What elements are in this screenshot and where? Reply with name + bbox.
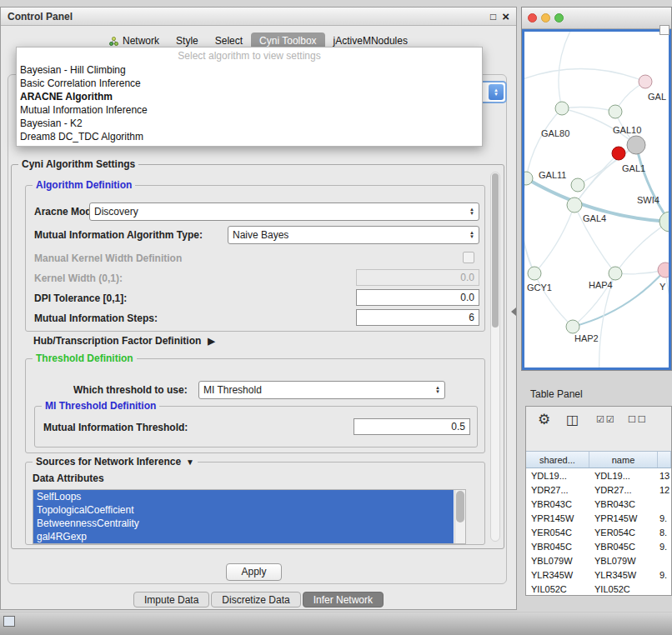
select-all-checkboxes-icon[interactable]: ☑☑: [596, 414, 616, 425]
attribute-item-topologicalcoefficient[interactable]: TopologicalCoefficient: [33, 503, 454, 517]
algorithm-option-mutual-information-inference[interactable]: Mutual Information Inference: [17, 103, 482, 117]
settings-scrollbar-thumb[interactable]: [492, 173, 499, 328]
network-node-gal1_red[interactable]: [612, 147, 625, 160]
table-cell: YDR27...: [589, 485, 658, 495]
mi-threshold-definition-group: MI Threshold Definition Mutual Informati…: [34, 406, 478, 448]
settings-scrollbar[interactable]: [490, 172, 500, 542]
attribute-item-betweennesscentrality[interactable]: BetweennessCentrality: [33, 517, 454, 530]
mi-threshold-input[interactable]: 0.5: [354, 418, 470, 435]
network-node-pink_r[interactable]: [658, 262, 670, 278]
algorithm-option-dream8-dc-tdc-algorithm[interactable]: Dream8 DC_TDC Algorithm: [17, 130, 482, 143]
status-strip: [0, 612, 672, 635]
hub-definition-toggle[interactable]: Hub/Transcription Factor Definition ▶: [33, 335, 215, 347]
network-edge[interactable]: [534, 273, 573, 327]
table-cell: YBL079W: [526, 556, 589, 566]
table-cell: YIL052C: [526, 584, 589, 594]
close-traffic-light-icon[interactable]: [528, 13, 537, 22]
table-cell: YDL19...: [589, 471, 658, 481]
algorithm-option-bayesian-k2[interactable]: Bayesian - K2: [17, 117, 482, 130]
algorithm-dropdown-popup: Select algorithm to view settings Bayesi…: [16, 47, 483, 147]
minimize-traffic-light-icon[interactable]: [541, 13, 550, 22]
cp-bottom-tab-bar: Impute DataDiscretize DataInfer Network: [1, 592, 516, 608]
network-edge[interactable]: [562, 107, 615, 112]
control-panel-titlebar: Control Panel □ ×: [1, 8, 516, 26]
mi-steps-input[interactable]: 6: [356, 309, 479, 326]
zoom-traffic-light-icon[interactable]: [554, 13, 564, 22]
network-node-n_b[interactable]: [609, 105, 622, 118]
apply-button[interactable]: Apply: [226, 563, 282, 581]
table-cell: YER054C: [589, 528, 658, 538]
mi-type-select[interactable]: Naive Bayes ▲▼: [228, 226, 479, 244]
kernel-width-input[interactable]: 0.0: [356, 269, 479, 286]
column-header-shared[interactable]: shared...: [526, 452, 589, 468]
algorithm-option-basic-correlation-inference[interactable]: Basic Correlation Inference: [17, 77, 482, 90]
network-edge[interactable]: [524, 69, 645, 82]
network-node-mid_g[interactable]: [571, 178, 584, 192]
dpi-tolerance-input[interactable]: 0.0: [356, 289, 479, 306]
table-row[interactable]: YLR345WYLR345W9.: [526, 568, 671, 582]
column-selector-icon[interactable]: ◫: [566, 412, 579, 428]
algorithm-option-bayesian-hill-climbing[interactable]: Bayesian - Hill Climbing: [17, 63, 482, 77]
manual-kernel-label: Manual Kernel Width Definition: [34, 252, 182, 264]
network-canvas[interactable]: GALGAL80GAL10GAL11GAL1SWI4GAL4GCY1HAP4YH…: [524, 32, 670, 369]
network-edge[interactable]: [524, 178, 534, 273]
table-row[interactable]: YBR045CYBR045C9.: [526, 539, 671, 553]
attribute-item-gal4rgexp[interactable]: gal4RGexp: [33, 530, 454, 543]
manual-kernel-checkbox[interactable]: [463, 252, 474, 263]
algorithm-definition-group: Algorithm Definition Aracne Mode: Discov…: [25, 185, 485, 332]
hub-definition-label: Hub/Transcription Factor Definition: [33, 335, 201, 347]
bottom-tab-infer-network[interactable]: Infer Network: [303, 592, 384, 608]
mini-panel-icon[interactable]: [3, 616, 15, 627]
data-attributes-list[interactable]: SelfLoopsTopologicalCoefficientBetweenne…: [33, 489, 466, 544]
table-cell: YER054C: [526, 528, 589, 538]
combo-arrows-icon: ▲▼: [435, 386, 440, 394]
table-row[interactable]: YDR27...YDR27...12: [526, 482, 671, 497]
attribute-item-selfloops[interactable]: SelfLoops: [33, 490, 454, 503]
table-row[interactable]: YPR145WYPR145W9.: [526, 511, 671, 525]
network-node-hap2[interactable]: [566, 320, 579, 333]
bottom-tab-impute-data[interactable]: Impute Data: [133, 592, 209, 608]
table-row[interactable]: YER054CYER054C8.: [526, 525, 671, 539]
network-corner-button[interactable]: [659, 25, 669, 35]
aracne-mode-select[interactable]: Discovery ▲▼: [89, 202, 479, 221]
table-row[interactable]: YBL079WYBL079W: [526, 553, 671, 568]
network-edge[interactable]: [526, 108, 562, 178]
table-cell: 9.: [658, 542, 671, 552]
table-row[interactable]: YBR043CYBR043C: [526, 497, 671, 511]
tab-label: Network: [123, 35, 159, 47]
column-header-name[interactable]: name: [589, 452, 658, 468]
network-node-label-y: Y: [659, 282, 666, 292]
table-cell: 9.: [658, 570, 671, 580]
threshold-definition-group: Threshold Definition Which threshold to …: [25, 358, 485, 453]
attributes-scrollbar-thumb[interactable]: [456, 491, 464, 522]
gear-icon[interactable]: ⚙: [538, 411, 550, 428]
network-edge[interactable]: [636, 145, 669, 222]
which-threshold-select[interactable]: MI Threshold ▲▼: [198, 381, 445, 399]
algorithm-combobox-fragment[interactable]: ▲▼: [483, 81, 507, 103]
network-node-gcy1[interactable]: [528, 267, 541, 280]
network-node-gal4[interactable]: [567, 198, 582, 212]
attributes-scrollbar[interactable]: [454, 490, 465, 543]
network-node-pink_top[interactable]: [639, 75, 652, 88]
table-cell: YPR145W: [589, 513, 658, 523]
algorithm-option-aracne-algorithm[interactable]: ARACNE Algorithm: [17, 90, 482, 103]
network-node-gal10[interactable]: [627, 136, 645, 154]
table-row[interactable]: YIL052CYIL052C: [526, 582, 671, 595]
network-edge[interactable]: [534, 205, 574, 273]
network-node-n_a[interactable]: [555, 102, 569, 115]
float-window-icon[interactable]: □: [490, 12, 496, 22]
bottom-tab-discretize-data[interactable]: Discretize Data: [211, 592, 300, 608]
column-header-extra[interactable]: [658, 452, 671, 468]
table-row[interactable]: YDL19...YDL19...13: [526, 468, 671, 482]
close-window-icon[interactable]: ×: [502, 10, 509, 22]
table-cell: YDR27...: [526, 485, 589, 495]
deselect-all-checkboxes-icon[interactable]: ☐☐: [628, 414, 648, 425]
network-edge[interactable]: [665, 270, 670, 332]
data-attributes-label: Data Attributes: [33, 472, 104, 484]
network-edge[interactable]: [574, 145, 636, 205]
network-node-hap4[interactable]: [609, 267, 622, 280]
panel-splitter-handle[interactable]: [511, 308, 516, 316]
table-cell: YIL052C: [589, 584, 658, 594]
expanded-arrow-icon[interactable]: ▼: [186, 458, 194, 467]
network-node-swi4[interactable]: [659, 212, 670, 232]
